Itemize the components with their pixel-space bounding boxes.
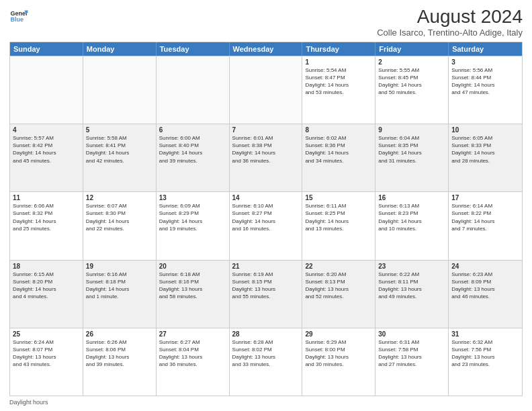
- day-info: Sunrise: 6:13 AM Sunset: 8:23 PM Dayligh…: [378, 202, 445, 232]
- day-info: Sunrise: 5:58 AM Sunset: 8:41 PM Dayligh…: [86, 134, 153, 165]
- logo-icon: General Blue: [9, 7, 28, 26]
- page: General Blue August 2024 Colle Isarco, T…: [0, 0, 532, 411]
- day-info: Sunrise: 6:14 AM Sunset: 8:22 PM Dayligh…: [451, 202, 519, 232]
- day-cell-10: 10Sunrise: 6:05 AM Sunset: 8:33 PM Dayli…: [449, 124, 522, 191]
- day-number: 7: [232, 126, 300, 134]
- day-cell-4: 4Sunrise: 5:57 AM Sunset: 8:42 PM Daylig…: [10, 124, 83, 191]
- day-info: Sunrise: 6:19 AM Sunset: 8:15 PM Dayligh…: [232, 271, 300, 301]
- day-cell-14: 14Sunrise: 6:10 AM Sunset: 8:27 PM Dayli…: [230, 192, 303, 259]
- calendar-row: 4Sunrise: 5:57 AM Sunset: 8:42 PM Daylig…: [10, 124, 522, 191]
- day-cell-16: 16Sunrise: 6:13 AM Sunset: 8:23 PM Dayli…: [375, 192, 449, 259]
- day-number: 17: [451, 194, 519, 201]
- header: General Blue August 2024 Colle Isarco, T…: [9, 7, 523, 38]
- day-cell-27: 27Sunrise: 6:27 AM Sunset: 8:04 PM Dayli…: [157, 328, 230, 396]
- calendar: SundayMondayTuesdayWednesdayThursdayFrid…: [9, 42, 523, 396]
- day-info: Sunrise: 6:15 AM Sunset: 8:20 PM Dayligh…: [13, 271, 80, 301]
- day-cell-7: 7Sunrise: 6:01 AM Sunset: 8:38 PM Daylig…: [230, 124, 303, 191]
- day-number: 25: [13, 330, 80, 338]
- day-cell-29: 29Sunrise: 6:29 AM Sunset: 8:00 PM Dayli…: [302, 328, 375, 396]
- day-info: Sunrise: 6:20 AM Sunset: 8:13 PM Dayligh…: [305, 271, 372, 301]
- day-info: Sunrise: 5:54 AM Sunset: 8:47 PM Dayligh…: [305, 66, 372, 97]
- day-number: 1: [305, 58, 372, 66]
- day-info: Sunrise: 6:06 AM Sunset: 8:32 PM Dayligh…: [13, 202, 80, 232]
- day-info: Sunrise: 6:11 AM Sunset: 8:25 PM Dayligh…: [305, 202, 372, 232]
- empty-cell: [83, 56, 157, 124]
- day-cell-30: 30Sunrise: 6:31 AM Sunset: 7:58 PM Dayli…: [375, 328, 449, 396]
- day-cell-25: 25Sunrise: 6:24 AM Sunset: 8:07 PM Dayli…: [10, 328, 83, 396]
- day-number: 15: [305, 194, 372, 201]
- day-number: 31: [451, 330, 519, 338]
- header-day-monday: Monday: [83, 42, 157, 56]
- day-cell-3: 3Sunrise: 5:56 AM Sunset: 8:44 PM Daylig…: [449, 56, 522, 124]
- day-info: Sunrise: 6:18 AM Sunset: 8:16 PM Dayligh…: [159, 271, 226, 301]
- day-cell-28: 28Sunrise: 6:28 AM Sunset: 8:02 PM Dayli…: [230, 328, 303, 396]
- header-day-tuesday: Tuesday: [157, 42, 230, 56]
- day-cell-23: 23Sunrise: 6:22 AM Sunset: 8:11 PM Dayli…: [375, 261, 449, 328]
- day-cell-22: 22Sunrise: 6:20 AM Sunset: 8:13 PM Dayli…: [302, 261, 375, 328]
- day-number: 30: [378, 330, 445, 338]
- day-info: Sunrise: 6:05 AM Sunset: 8:33 PM Dayligh…: [451, 134, 519, 165]
- day-number: 9: [378, 126, 445, 134]
- calendar-body: 1Sunrise: 5:54 AM Sunset: 8:47 PM Daylig…: [10, 56, 522, 396]
- day-info: Sunrise: 6:02 AM Sunset: 8:36 PM Dayligh…: [305, 134, 372, 165]
- day-number: 22: [305, 263, 372, 270]
- header-day-friday: Friday: [375, 42, 449, 56]
- day-cell-6: 6Sunrise: 6:00 AM Sunset: 8:40 PM Daylig…: [157, 124, 230, 191]
- day-cell-15: 15Sunrise: 6:11 AM Sunset: 8:25 PM Dayli…: [302, 192, 375, 259]
- day-cell-8: 8Sunrise: 6:02 AM Sunset: 8:36 PM Daylig…: [302, 124, 375, 191]
- day-cell-19: 19Sunrise: 6:16 AM Sunset: 8:18 PM Dayli…: [83, 261, 157, 328]
- calendar-row: 1Sunrise: 5:54 AM Sunset: 8:47 PM Daylig…: [10, 56, 522, 124]
- day-cell-12: 12Sunrise: 6:07 AM Sunset: 8:30 PM Dayli…: [83, 192, 157, 259]
- day-info: Sunrise: 6:10 AM Sunset: 8:27 PM Dayligh…: [232, 202, 300, 232]
- title-block: August 2024 Colle Isarco, Trentino-Alto …: [377, 7, 523, 38]
- calendar-row: 18Sunrise: 6:15 AM Sunset: 8:20 PM Dayli…: [10, 260, 522, 328]
- header-day-saturday: Saturday: [449, 42, 522, 56]
- day-info: Sunrise: 6:23 AM Sunset: 8:09 PM Dayligh…: [451, 271, 519, 301]
- day-info: Sunrise: 6:24 AM Sunset: 8:07 PM Dayligh…: [13, 338, 80, 369]
- day-cell-2: 2Sunrise: 5:55 AM Sunset: 8:45 PM Daylig…: [375, 56, 449, 124]
- day-number: 20: [159, 263, 226, 270]
- day-info: Sunrise: 6:04 AM Sunset: 8:35 PM Dayligh…: [378, 134, 445, 165]
- day-number: 18: [13, 263, 80, 270]
- day-number: 12: [86, 194, 153, 201]
- day-number: 29: [305, 330, 372, 338]
- day-info: Sunrise: 5:55 AM Sunset: 8:45 PM Dayligh…: [378, 66, 445, 97]
- header-day-sunday: Sunday: [10, 42, 83, 56]
- empty-cell: [157, 56, 230, 124]
- day-number: 4: [13, 126, 80, 134]
- day-number: 24: [451, 263, 519, 270]
- day-number: 5: [86, 126, 153, 134]
- day-cell-31: 31Sunrise: 6:32 AM Sunset: 7:56 PM Dayli…: [449, 328, 522, 396]
- day-info: Sunrise: 6:31 AM Sunset: 7:58 PM Dayligh…: [378, 338, 445, 369]
- day-number: 8: [305, 126, 372, 134]
- day-cell-17: 17Sunrise: 6:14 AM Sunset: 8:22 PM Dayli…: [449, 192, 522, 259]
- day-number: 2: [378, 58, 445, 66]
- day-number: 3: [451, 58, 519, 66]
- day-cell-18: 18Sunrise: 6:15 AM Sunset: 8:20 PM Dayli…: [10, 261, 83, 328]
- day-number: 26: [86, 330, 153, 338]
- empty-cell: [230, 56, 303, 124]
- day-number: 13: [159, 194, 226, 201]
- header-day-wednesday: Wednesday: [230, 42, 303, 56]
- day-number: 6: [159, 126, 226, 134]
- day-cell-20: 20Sunrise: 6:18 AM Sunset: 8:16 PM Dayli…: [157, 261, 230, 328]
- day-info: Sunrise: 6:00 AM Sunset: 8:40 PM Dayligh…: [159, 134, 226, 165]
- day-cell-26: 26Sunrise: 6:26 AM Sunset: 8:06 PM Dayli…: [83, 328, 157, 396]
- day-info: Sunrise: 5:56 AM Sunset: 8:44 PM Dayligh…: [451, 66, 519, 97]
- calendar-row: 11Sunrise: 6:06 AM Sunset: 8:32 PM Dayli…: [10, 191, 522, 259]
- main-title: August 2024: [377, 7, 523, 28]
- day-number: 14: [232, 194, 300, 201]
- calendar-header: SundayMondayTuesdayWednesdayThursdayFrid…: [10, 42, 522, 56]
- day-cell-21: 21Sunrise: 6:19 AM Sunset: 8:15 PM Dayli…: [230, 261, 303, 328]
- empty-cell: [10, 56, 83, 124]
- day-number: 21: [232, 263, 300, 270]
- day-number: 27: [159, 330, 226, 338]
- day-cell-5: 5Sunrise: 5:58 AM Sunset: 8:41 PM Daylig…: [83, 124, 157, 191]
- logo: General Blue: [9, 7, 28, 26]
- day-info: Sunrise: 5:57 AM Sunset: 8:42 PM Dayligh…: [13, 134, 80, 165]
- day-number: 16: [378, 194, 445, 201]
- day-info: Sunrise: 6:07 AM Sunset: 8:30 PM Dayligh…: [86, 202, 153, 232]
- day-cell-1: 1Sunrise: 5:54 AM Sunset: 8:47 PM Daylig…: [302, 56, 375, 124]
- day-number: 23: [378, 263, 445, 270]
- day-cell-11: 11Sunrise: 6:06 AM Sunset: 8:32 PM Dayli…: [10, 192, 83, 259]
